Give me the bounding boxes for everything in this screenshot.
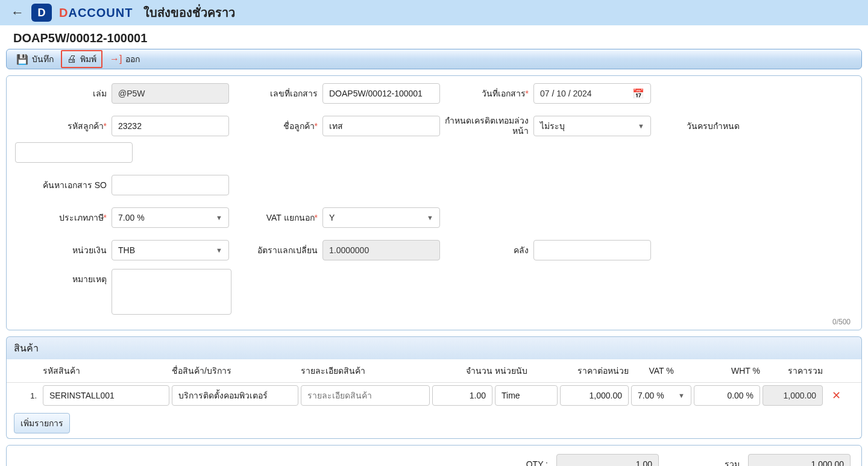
th-price: ราคาต่อหน่วย	[560, 364, 629, 377]
vat-sep-select[interactable]: Y▼	[322, 207, 440, 228]
app-logo-text: DACCOUNT	[59, 6, 133, 20]
row-vat-select[interactable]: 7.00 %▼	[631, 385, 691, 406]
th-vat: VAT %	[631, 366, 691, 376]
th-qty: จำนวน	[432, 364, 492, 377]
label-credit-term: กำหนดเครดิตเทอมล่วงหน้า	[443, 116, 533, 136]
exit-button[interactable]: →] ออก	[104, 50, 146, 68]
row-detail-input[interactable]	[301, 385, 430, 406]
th-total: ราคารวม	[763, 364, 823, 377]
print-icon: 🖨	[67, 54, 77, 65]
row-wht-input[interactable]: 0.00 %	[694, 385, 760, 406]
warehouse-field[interactable]	[533, 240, 651, 260]
th-unit: หน่วยนับ	[495, 364, 558, 377]
exit-icon: →]	[110, 54, 122, 65]
document-form: เล่ม @P5W เลขที่เอกสาร DOAP5W/00012-1000…	[6, 75, 862, 330]
chevron-down-icon: ▼	[678, 392, 685, 399]
app-logo-badge: D	[31, 4, 52, 22]
cust-code-field[interactable]: 23232	[112, 116, 229, 136]
print-label: พิมพ์	[80, 52, 96, 66]
label-so-search: ค้นหาเอกสาร SO	[15, 178, 112, 192]
label-tax-type: ประเภทภาษี*	[15, 211, 112, 224]
summary-qty: 1.00	[556, 454, 659, 466]
row-total: 1,000.00	[763, 385, 823, 406]
row-delete-button[interactable]: ✕	[825, 389, 847, 402]
chevron-down-icon: ▼	[638, 122, 644, 130]
label-doc-date: วันที่เอกสาร*	[443, 87, 533, 100]
chevron-down-icon: ▼	[216, 247, 222, 254]
back-icon[interactable]: ←	[11, 5, 24, 20]
app-header: ← D DACCOUNT ใบส่งของชั่วคราว	[0, 0, 868, 25]
th-code: รหัสสินค้า	[43, 364, 169, 377]
label-exch-rate: อัตราแลกเปลี่ยน	[232, 244, 322, 257]
table-row: 1. SERINSTALL001 บริการติดตั้งคอมพิวเตอร…	[7, 383, 861, 408]
row-index: 1.	[11, 391, 40, 400]
due-date-field[interactable]	[15, 142, 133, 163]
label-summary-sum: รวม	[667, 458, 740, 466]
exch-rate-field: 1.0000000	[322, 240, 440, 260]
summary-panel: QTY : 1.00 รวม 1,000.00 ส่วนลด มูลค่าส่ว…	[6, 445, 862, 466]
credit-term-select[interactable]: ไม่ระบุ▼	[533, 116, 651, 136]
action-toolbar: 💾 บันทึก 🖨 พิมพ์ →] ออก	[6, 49, 862, 69]
label-remarks: หมายเหตุ	[15, 269, 112, 286]
document-number: DOAP5W/00012-100001	[0, 25, 868, 49]
logo-letter: D	[38, 7, 46, 19]
currency-select[interactable]: THB▼	[112, 240, 229, 260]
products-table-head: รหัสสินค้า ชื่อสินค้า/บริการ รายละเอียดส…	[7, 359, 861, 383]
th-name: ชื่อสินค้า/บริการ	[172, 364, 298, 377]
label-summary-qty: QTY :	[476, 459, 548, 466]
add-row-button[interactable]: เพิ่มรายการ	[14, 413, 70, 433]
doc-no-field[interactable]: DOAP5W/00012-100001	[322, 83, 440, 104]
print-button[interactable]: 🖨 พิมพ์	[61, 50, 102, 68]
cust-name-field[interactable]: เทส	[322, 116, 440, 136]
label-cust-name: ชื่อลูกค้า*	[232, 119, 322, 133]
calendar-icon[interactable]: 📅	[632, 88, 644, 99]
save-label: บันทึก	[32, 52, 54, 66]
label-book: เล่ม	[15, 87, 112, 100]
label-warehouse: คลัง	[443, 244, 533, 257]
page-title: ใบส่งของชั่วคราว	[143, 3, 235, 22]
book-field: @P5W	[112, 83, 229, 104]
label-cust-code: รหัสลูกค้า*	[15, 119, 112, 133]
tax-type-select[interactable]: 7.00 %▼	[112, 207, 229, 228]
row-price-input[interactable]: 1,000.00	[560, 385, 629, 406]
row-code-input[interactable]: SERINSTALL001	[43, 385, 169, 406]
row-unit-input[interactable]: Time	[495, 385, 558, 406]
exit-label: ออก	[125, 52, 140, 66]
th-detail: รายละเอียดสินค้า	[301, 364, 430, 377]
label-vat-sep: VAT แยกนอก*	[232, 211, 322, 224]
remarks-charcount: 0/500	[112, 316, 853, 326]
save-icon: 💾	[16, 54, 28, 65]
chevron-down-icon: ▼	[427, 214, 433, 221]
label-doc-no: เลขที่เอกสาร	[232, 87, 322, 100]
doc-date-field[interactable]: 07 / 10 / 2024 📅	[533, 83, 651, 104]
so-search-field[interactable]	[112, 175, 229, 195]
chevron-down-icon: ▼	[216, 214, 222, 221]
products-section-header: สินค้า	[6, 336, 862, 359]
products-table: รหัสสินค้า ชื่อสินค้า/บริการ รายละเอียดส…	[6, 359, 862, 439]
th-wht: WHT %	[694, 366, 760, 376]
label-due-date: วันครบกำหนด	[654, 119, 744, 133]
label-currency: หน่วยเงิน	[15, 244, 112, 257]
row-name-input[interactable]: บริการติดตั้งคอมพิวเตอร์	[172, 385, 298, 406]
save-button[interactable]: 💾 บันทึก	[10, 50, 60, 68]
remarks-textarea[interactable]	[112, 269, 231, 315]
row-qty-input[interactable]: 1.00	[432, 385, 492, 406]
summary-sum: 1,000.00	[748, 454, 851, 466]
